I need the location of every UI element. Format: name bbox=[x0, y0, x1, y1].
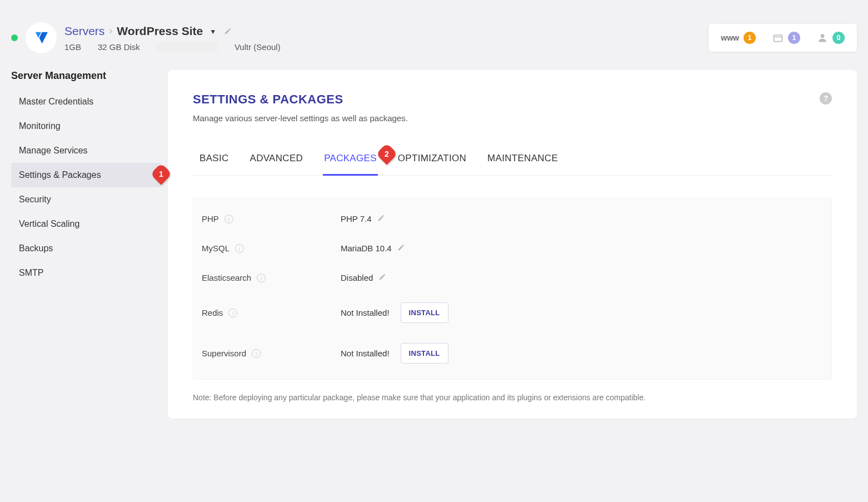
main-card: SETTINGS & PACKAGES Manage various serve… bbox=[168, 70, 857, 419]
rename-server-button[interactable] bbox=[224, 24, 232, 38]
stat-ram: 1GB bbox=[64, 42, 81, 52]
package-row-mysql: MySQL i MariaDB 10.4 bbox=[202, 233, 823, 263]
edit-mysql-button[interactable] bbox=[397, 243, 405, 253]
card-subtitle: Manage various server-level settings as … bbox=[193, 113, 408, 123]
breadcrumb: Servers › WordPress Site ▼ bbox=[64, 24, 281, 38]
package-label: PHP i bbox=[202, 214, 335, 223]
sidebar-item-vertical-scaling[interactable]: Vertical Scaling bbox=[11, 212, 161, 236]
tab-packages[interactable]: PACKAGES 2 bbox=[323, 151, 378, 176]
package-label: Elasticsearch i bbox=[202, 273, 335, 282]
svg-rect-0 bbox=[774, 35, 782, 42]
package-value: Not Installed! INSTALL bbox=[341, 302, 448, 323]
edit-elasticsearch-button[interactable] bbox=[378, 273, 386, 282]
sidebar-item-security[interactable]: Security bbox=[11, 187, 161, 212]
install-redis-button[interactable]: INSTALL bbox=[401, 302, 448, 323]
sidebar-item-label: Settings & Packages bbox=[19, 170, 101, 180]
users-chip[interactable]: 0 bbox=[817, 32, 845, 44]
header-left: Servers › WordPress Site ▼ 1GB 32 GB Dis… bbox=[11, 22, 281, 53]
www-label: www bbox=[721, 33, 739, 42]
server-status-dot bbox=[11, 34, 18, 41]
stat-provider: Vultr (Seoul) bbox=[235, 42, 281, 52]
sidebar-title: Server Management bbox=[11, 70, 161, 90]
stat-ip-redacted bbox=[157, 42, 218, 51]
server-switch-dropdown[interactable]: ▼ bbox=[209, 28, 216, 36]
chevron-right-icon: › bbox=[109, 25, 112, 37]
footnote: Note: Before deploying any particular pa… bbox=[193, 393, 832, 402]
tabs: BASIC ADVANCED PACKAGES 2 OPTIMIZATION M… bbox=[193, 151, 832, 176]
package-row-redis: Redis i Not Installed! INSTALL bbox=[202, 292, 823, 333]
sidebar: Server Management Master Credentials Mon… bbox=[11, 70, 161, 285]
header-chips: www 1 1 0 bbox=[709, 24, 857, 52]
info-icon[interactable]: i bbox=[228, 309, 237, 317]
card-title: SETTINGS & PACKAGES bbox=[193, 92, 408, 107]
package-value: Disabled bbox=[341, 273, 386, 282]
package-row-supervisord: Supervisord i Not Installed! INSTALL bbox=[202, 333, 823, 374]
edit-php-button[interactable] bbox=[377, 214, 385, 223]
package-label: MySQL i bbox=[202, 243, 335, 253]
svg-point-1 bbox=[821, 34, 825, 38]
sidebar-item-settings-packages[interactable]: Settings & Packages 1 bbox=[11, 163, 161, 187]
sidebar-item-manage-services[interactable]: Manage Services bbox=[11, 138, 161, 163]
sidebar-item-smtp[interactable]: SMTP bbox=[11, 261, 161, 285]
tab-basic[interactable]: BASIC bbox=[198, 151, 230, 175]
sidebar-item-master-credentials[interactable]: Master Credentials bbox=[11, 90, 161, 114]
annotation-marker-2: 2 bbox=[376, 143, 398, 165]
server-stats: 1GB 32 GB Disk Vultr (Seoul) bbox=[64, 42, 281, 52]
info-icon[interactable]: i bbox=[252, 349, 261, 358]
tab-optimization[interactable]: OPTIMIZATION bbox=[397, 151, 467, 175]
server-name: WordPress Site bbox=[117, 24, 203, 38]
info-icon[interactable]: i bbox=[257, 274, 266, 282]
breadcrumb-root[interactable]: Servers bbox=[64, 24, 104, 38]
sidebar-item-backups[interactable]: Backups bbox=[11, 236, 161, 261]
sidebar-item-monitoring[interactable]: Monitoring bbox=[11, 114, 161, 138]
package-row-php: PHP i PHP 7.4 bbox=[202, 204, 823, 233]
install-supervisord-button[interactable]: INSTALL bbox=[401, 343, 448, 364]
package-list: PHP i PHP 7.4 MySQL i MariaDB 10.4 bbox=[193, 198, 832, 380]
users-count-badge: 0 bbox=[832, 32, 845, 44]
info-icon[interactable]: i bbox=[225, 215, 233, 223]
provider-logo bbox=[26, 22, 57, 53]
package-label: Supervisord i bbox=[202, 349, 335, 358]
info-icon[interactable]: i bbox=[235, 244, 244, 253]
package-value: Not Installed! INSTALL bbox=[341, 343, 448, 364]
help-icon[interactable]: ? bbox=[820, 92, 832, 105]
tab-maintenance[interactable]: MAINTENANCE bbox=[486, 151, 559, 175]
card-head: SETTINGS & PACKAGES Manage various serve… bbox=[193, 92, 832, 123]
stat-disk: 32 GB Disk bbox=[98, 42, 140, 52]
tab-label: PACKAGES bbox=[324, 153, 377, 163]
layout: Server Management Master Credentials Mon… bbox=[0, 70, 868, 441]
server-meta: Servers › WordPress Site ▼ 1GB 32 GB Dis… bbox=[64, 24, 281, 52]
package-value: MariaDB 10.4 bbox=[341, 243, 405, 253]
www-chip[interactable]: www 1 bbox=[721, 32, 756, 44]
package-label: Redis i bbox=[202, 308, 335, 317]
header-bar: Servers › WordPress Site ▼ 1GB 32 GB Dis… bbox=[0, 0, 868, 70]
apps-chip[interactable]: 1 bbox=[772, 32, 800, 44]
tab-advanced[interactable]: ADVANCED bbox=[249, 151, 305, 175]
package-value: PHP 7.4 bbox=[341, 214, 385, 223]
user-icon bbox=[817, 32, 828, 43]
folder-icon bbox=[772, 32, 784, 43]
package-row-elasticsearch: Elasticsearch i Disabled bbox=[202, 263, 823, 292]
www-count-badge: 1 bbox=[744, 32, 756, 44]
vultr-icon bbox=[32, 28, 51, 47]
apps-count-badge: 1 bbox=[788, 32, 800, 44]
